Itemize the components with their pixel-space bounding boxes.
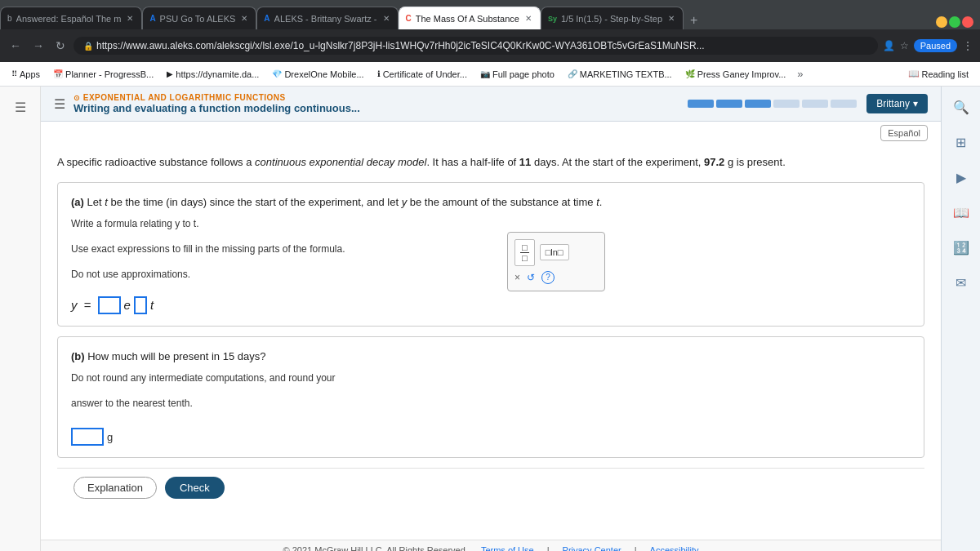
tab-1-title: Answered: Español The m <box>16 14 122 24</box>
header-subtitle: ⊙ EXPONENTIAL AND LOGARITHMIC FUNCTIONS <box>74 93 360 102</box>
espanol-button[interactable]: Español <box>880 125 928 141</box>
footer-divider-1: | <box>547 545 550 551</box>
bookmark-planner[interactable]: 📅 Planner - ProgressB... <box>48 68 158 81</box>
tab-4[interactable]: C The Mass Of A Substance ✕ <box>399 7 541 29</box>
tab-2-close[interactable]: ✕ <box>239 13 249 24</box>
tab-1-favicon: b <box>7 14 12 23</box>
tab-1[interactable]: b Answered: Español The m ✕ <box>0 7 142 29</box>
explanation-button[interactable]: Explanation <box>74 477 157 499</box>
footer-terms[interactable]: Terms of Use <box>481 545 534 551</box>
formula-answer-1[interactable] <box>98 296 121 314</box>
footer-copyright: © 2021 McGraw Hill LLC. All Rights Reser… <box>283 545 468 551</box>
tab-4-favicon: C <box>406 14 412 23</box>
address-bar: ← → ↻ 🔒 https://www.awu.aleks.com/aleksc… <box>0 29 980 62</box>
bookmark-press[interactable]: 🌿 Press Ganey Improv... <box>680 68 791 81</box>
bookmark-apps-label: Apps <box>20 69 40 79</box>
bookmark-marketing[interactable]: 🔗 MARKETING TEXTB... <box>563 68 677 81</box>
apps-favicon: ⠿ <box>11 69 17 78</box>
part-b-answer-box[interactable] <box>71 428 104 446</box>
math-help-button[interactable]: ? <box>541 271 555 284</box>
bookmark-apps[interactable]: ⠿ Apps <box>7 68 45 81</box>
person-search-icon[interactable]: 🔍 <box>950 96 973 118</box>
math-close-button[interactable]: × <box>514 272 520 283</box>
close-button[interactable]: ✕ <box>962 16 973 28</box>
part-b-label: (b) How much will be present in 15 days? <box>71 349 911 365</box>
new-tab-button[interactable]: + <box>684 13 704 28</box>
tab-4-close[interactable]: ✕ <box>523 13 533 24</box>
tab-2-favicon: A <box>149 14 155 23</box>
fraction-button[interactable]: □ □ <box>514 239 535 266</box>
tab-3-close[interactable]: ✕ <box>381 13 391 24</box>
tab-5-close[interactable]: ✕ <box>666 13 676 24</box>
tab-1-close[interactable]: ✕ <box>125 13 135 24</box>
reading-list-button[interactable]: 📖 Reading list <box>903 67 973 81</box>
minimize-button[interactable]: — <box>936 16 947 28</box>
progress-seg-1 <box>688 100 714 108</box>
calculator-icon[interactable]: 🔢 <box>950 237 973 259</box>
profile-icon[interactable]: 👤 <box>883 40 895 51</box>
grid-icon[interactable]: ⊞ <box>952 131 969 153</box>
maximize-button[interactable]: □ <box>949 16 960 28</box>
forward-button[interactable]: → <box>29 36 47 56</box>
reading-list-label: Reading list <box>922 69 969 79</box>
tab-3[interactable]: A ALEKS - Brittany Swartz - ✕ <box>256 7 398 29</box>
footer-privacy[interactable]: Privacy Center <box>563 545 621 551</box>
bookmark-marketing-label: MARKETING TEXTB... <box>580 69 672 79</box>
bookmark-photo-label: Full page photo <box>492 69 555 79</box>
ln-button[interactable]: □ln□ <box>540 244 569 260</box>
tab-5[interactable]: Sy 1/5 In(1.5) - Step-by-Step ✕ <box>541 7 684 29</box>
envelope-icon[interactable]: ✉ <box>952 272 969 294</box>
header-subtitle-text: EXPONENTIAL AND LOGARITHMIC FUNCTIONS <box>83 93 286 102</box>
formula-display: y = e t <box>71 296 911 314</box>
bookmark-dynamite[interactable]: ▶ https://dynamite.da... <box>162 68 264 81</box>
fraction-icon: □ □ <box>520 242 529 263</box>
marketing-favicon: 🔗 <box>568 69 577 78</box>
tab-2-title: PSU Go To ALEKS <box>160 14 236 24</box>
back-button[interactable]: ← <box>7 36 24 56</box>
star-icon[interactable]: ☆ <box>900 40 909 51</box>
footer-accessibility[interactable]: Accessibility <box>650 545 699 551</box>
paused-badge[interactable]: Paused <box>914 39 957 52</box>
espanol-row: Español <box>41 122 941 144</box>
check-button[interactable]: Check <box>165 477 225 499</box>
dropdown-arrow-icon: ▾ <box>913 98 918 109</box>
lock-icon: 🔒 <box>83 42 93 51</box>
refresh-button[interactable]: ↻ <box>52 36 69 56</box>
tab-bar: b Answered: Español The m ✕ A PSU Go To … <box>0 0 980 29</box>
part-a-label: (a) Let t be the time (in days) since th… <box>71 194 911 211</box>
page-content: ☰ ☰ ⊙ EXPONENTIAL AND LOGARITHMIC FUNCTI… <box>0 87 980 551</box>
sidebar-menu-icon[interactable]: ☰ <box>11 96 29 118</box>
hamburger-icon[interactable]: ☰ <box>54 96 65 112</box>
menu-icon[interactable]: ⋮ <box>962 39 973 52</box>
progress-seg-4 <box>773 100 800 108</box>
user-name: Brittany <box>876 98 910 109</box>
tab-5-favicon: Sy <box>548 15 557 23</box>
bookmark-drexel[interactable]: 💎 DrexelOne Mobile... <box>267 68 368 81</box>
tab-2[interactable]: A PSU Go To ALEKS ✕ <box>142 7 256 29</box>
progress-seg-6 <box>831 100 857 108</box>
bookmarks-more[interactable]: » <box>797 68 803 80</box>
progress-seg-3 <box>745 100 771 108</box>
tab-5-title: 1/5 In(1.5) - Step-by-Step <box>561 14 662 24</box>
part-a-instruction-1: Write a formula relating y to t. <box>71 216 911 232</box>
header-title-area: ⊙ EXPONENTIAL AND LOGARITHMIC FUNCTIONS … <box>74 93 360 114</box>
part-b-unit: g <box>107 431 113 443</box>
play-icon[interactable]: ▶ <box>953 167 969 189</box>
planner-favicon: 📅 <box>53 69 63 78</box>
bookmark-photo[interactable]: 📷 Full page photo <box>475 68 559 81</box>
left-sidebar: ☰ <box>0 87 41 551</box>
math-popup: □ □ □ln□ × ↺ ? <box>507 232 605 291</box>
bookmark-cert[interactable]: ℹ Certificate of Under... <box>372 68 472 81</box>
bookmark-planner-label: Planner - ProgressB... <box>65 69 154 79</box>
header-left: ☰ ⊙ EXPONENTIAL AND LOGARITHMIC FUNCTION… <box>54 93 360 114</box>
part-a-instruction-2: Use exact expressions to fill in the mis… <box>71 242 911 257</box>
math-popup-controls: × ↺ ? <box>514 271 598 284</box>
math-popup-row: □ □ □ln□ <box>514 239 598 266</box>
address-input[interactable]: 🔒 https://www.awu.aleks.com/alekscgi/x/l… <box>74 37 878 55</box>
problem-part-b: (b) How much will be present in 15 days?… <box>57 336 924 459</box>
user-button[interactable]: Brittany ▾ <box>866 94 928 113</box>
math-undo-button[interactable]: ↺ <box>527 272 535 283</box>
book-icon[interactable]: 📖 <box>950 202 973 224</box>
bookmark-drexel-label: DrexelOne Mobile... <box>284 69 363 79</box>
formula-answer-2[interactable] <box>134 296 147 314</box>
